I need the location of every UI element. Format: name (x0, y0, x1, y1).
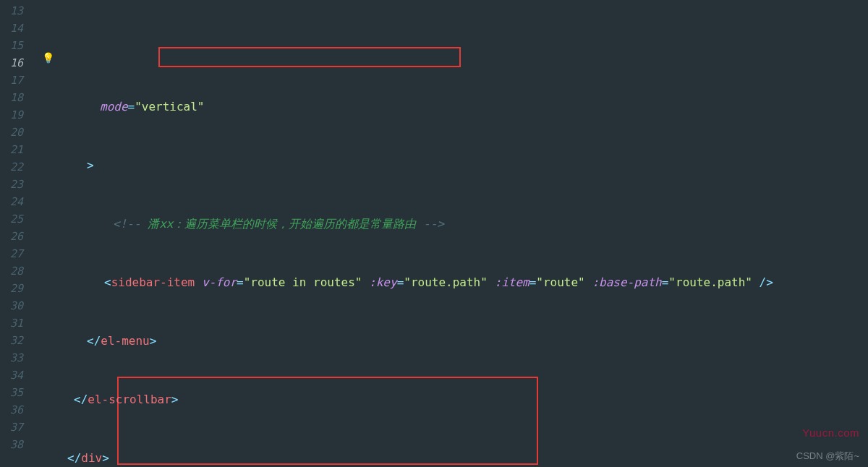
line-number: 16 (0, 54, 30, 72)
line-number: 33 (0, 349, 30, 367)
line-number: 36 (0, 401, 30, 419)
line-number: 31 (0, 314, 30, 332)
line-number: 18 (0, 89, 30, 106)
code-line[interactable]: </div> (61, 450, 868, 467)
line-number: 35 (0, 384, 30, 401)
code-line[interactable]: </el-scrollbar> (61, 391, 868, 408)
code-line[interactable]: > (61, 157, 868, 174)
line-number: 24 (0, 193, 30, 210)
line-number: 22 (0, 158, 30, 176)
line-number: 30 (0, 297, 30, 314)
line-number: 32 (0, 332, 30, 349)
highlight-box-1 (158, 47, 461, 67)
line-number: 27 (0, 245, 30, 262)
line-number: 14 (0, 20, 30, 37)
lightbulb-icon[interactable]: 💡 (42, 52, 54, 64)
line-number: 26 (0, 228, 30, 245)
line-number: 29 (0, 280, 30, 297)
code-line[interactable]: mode="vertical" (61, 98, 868, 116)
code-line[interactable]: <sidebar-item v-for="route in routes" :k… (61, 274, 868, 291)
watermark-site: Yuucn.com (802, 427, 859, 439)
line-number: 17 (0, 72, 30, 89)
line-number: 37 (0, 419, 30, 436)
line-number-gutter: 1314151617181920212223242526272829303132… (0, 0, 30, 467)
line-number: 38 (0, 436, 30, 453)
line-number: 34 (0, 367, 30, 384)
code-content[interactable]: mode="vertical" > <!-- 潘xx：遍历菜单栏的时候，开始遍历… (61, 0, 868, 467)
watermark-author: CSDN @紫陌~ (796, 450, 859, 463)
code-editor[interactable]: 1314151617181920212223242526272829303132… (0, 0, 868, 467)
line-number: 20 (0, 124, 30, 141)
line-number: 28 (0, 262, 30, 280)
line-number: 21 (0, 141, 30, 158)
code-line[interactable]: </el-menu> (61, 333, 868, 350)
line-number: 15 (0, 37, 30, 54)
line-number: 25 (0, 210, 30, 228)
code-line[interactable]: <!-- 潘xx：遍历菜单栏的时候，开始遍历的都是常量路由 --> (61, 215, 868, 233)
line-number: 13 (0, 2, 30, 20)
line-number: 19 (0, 106, 30, 124)
line-number: 23 (0, 176, 30, 193)
gutter-icons: 💡 (30, 0, 61, 467)
